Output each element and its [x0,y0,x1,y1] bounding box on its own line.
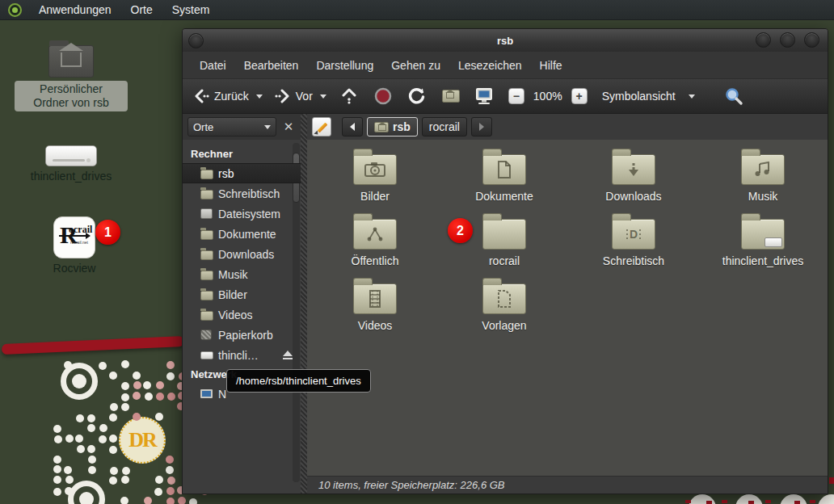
folder-icon [741,154,785,185]
zoom-in-button[interactable]: + [567,85,592,107]
distro-logo-icon[interactable] [8,3,22,17]
house-glyph-icon [61,52,82,67]
sidebar-item-dokumente[interactable]: Dokumente [183,224,301,244]
template-emblem-icon [483,284,525,313]
share-emblem-icon [354,220,396,249]
sidebar-item-musik[interactable]: Musik [183,264,301,284]
statusbar-text: 10 items, freier Speicherplatz: 226,6 GB [318,479,505,491]
titlebar[interactable]: rsb [183,29,828,52]
annotation-badge-2: 2 [448,218,473,243]
sidebar-mode-combo[interactable]: Orte [187,117,276,136]
pane-splitter[interactable] [301,114,307,494]
drive-emblem-icon [764,237,782,247]
folder-icon [482,284,526,314]
file-icon-view[interactable]: BilderDokumenteDownloadsMusikÖffentlichr… [307,140,828,476]
menu-bearbeiten[interactable]: Bearbeiten [235,52,308,79]
file-item-schreibtisch[interactable]: DSchreibtisch [569,211,698,275]
reload-button[interactable] [404,84,430,108]
video-emblem-icon [354,284,396,313]
file-item-bilder[interactable]: Bilder [310,146,440,211]
menu-gehen-zu[interactable]: Gehen zu [382,52,449,79]
crumb-scroll-right-button[interactable] [471,117,492,136]
file-item-downloads[interactable]: Downloads [569,146,698,211]
sidebar-item-dateisystem[interactable]: Dateisystem [183,204,301,224]
file-item-musik[interactable]: Musik [698,146,828,211]
path-tooltip: /home/rsb/thinclient_drives [226,369,371,393]
home-folder-icon [374,122,389,132]
desktop-emblem-icon: D [613,220,655,249]
computer-button[interactable] [470,84,498,108]
sidebar-close-button[interactable]: ✕ [280,118,297,136]
folder-icon [741,219,785,250]
folder-icon [353,219,397,250]
file-item-vorlagen[interactable]: Vorlagen [440,275,569,340]
rocview-app-icon: R ocrail rocrail.net [53,216,95,258]
stop-icon [374,87,392,105]
menu-darstellung[interactable]: Darstellung [307,52,382,79]
up-icon [342,88,356,104]
file-item--ffentlich[interactable]: Öffentlich [310,211,440,275]
chevron-left-icon [349,122,356,132]
sidebar-item-thincli-[interactable]: thincli… [183,345,301,365]
breadcrumb-rocrail[interactable]: rocrail [422,117,467,136]
folder-icon [482,219,526,250]
folder-icon [353,284,397,314]
view-mode-selector[interactable]: Symbolansicht [598,86,699,106]
zoom-out-button[interactable]: − [504,85,529,107]
file-item-thinclient-drives[interactable]: thinclient_drives [698,211,828,275]
panel-menu-orte[interactable]: Orte [121,0,162,20]
file-item-videos[interactable]: Videos [310,275,440,340]
eject-icon[interactable] [283,351,293,359]
chevron-right-icon [478,122,485,132]
search-icon [724,86,743,106]
edit-location-button[interactable] [312,117,331,136]
file-item-dokumente[interactable]: Dokumente [440,146,569,211]
sidebar-item-papierkorb[interactable]: Papierkorb [183,325,301,345]
menu-datei[interactable]: Datei [191,52,235,79]
minimize-button[interactable] [756,32,771,48]
camera-emblem-icon [354,155,396,184]
search-button[interactable] [720,83,748,109]
folder-icon: D [612,219,655,250]
crumb-scroll-left-button[interactable] [342,117,363,136]
view-mode-caret [689,94,695,99]
sidebar-item-bilder[interactable]: Bilder [183,284,301,304]
zoom-in-icon: + [571,88,588,104]
back-history-caret[interactable] [256,94,263,99]
panel-menu-container: AnwendungenOrteSystem [29,0,219,20]
up-button[interactable] [338,85,360,107]
folder-icon [612,154,655,185]
close-button[interactable] [804,32,819,48]
forward-label: Vor [296,90,313,103]
forward-button[interactable]: Vor [271,86,317,107]
home-button[interactable] [438,86,464,106]
sidebar-item-videos[interactable]: Videos [183,304,301,325]
folder-icon [482,154,526,185]
back-button[interactable]: Zurück [189,86,253,107]
menu-lesezeichen[interactable]: Lesezeichen [449,52,531,79]
panel-menu-anwendungen[interactable]: Anwendungen [29,0,121,20]
window-title: rsb [183,35,828,47]
qr-finder-bottom [68,481,105,504]
desktop-icon-home-label: Persönlicher Ordner von rsb [15,81,128,111]
stop-button[interactable] [370,84,396,108]
toolbar: Zurück Vor [183,79,828,114]
menubar: DateiBearbeitenDarstellungGehen zuLeseze… [183,52,828,79]
sidebar-item-downloads[interactable]: Downloads [183,244,301,264]
forward-history-caret[interactable] [320,94,326,99]
sidebar-item-rsb[interactable]: rsb [183,163,301,183]
home-folder-icon [48,45,94,78]
breadcrumb-rsb[interactable]: rsb [367,117,418,136]
sidebar-item-schreibtisch[interactable]: Schreibtisch [183,183,301,204]
panel-menu-system[interactable]: System [162,0,220,20]
desktop-icon-rocview[interactable]: R ocrail rocrail.net Rocview [50,216,99,275]
desktop-icon-home[interactable]: Persönlicher Ordner von rsb [15,39,128,111]
desktop-icon-thinclient-drives[interactable]: thinclient_drives [11,145,131,183]
computer-icon [474,87,494,105]
dr-logo-badge: DR [119,417,166,464]
maximize-button[interactable] [780,32,795,48]
menu-hilfe[interactable]: Hilfe [531,52,571,79]
file-manager-window: rsb DateiBearbeitenDarstellungGehen zuLe… [182,28,828,494]
desktop-icon-rocview-label: Rocview [53,262,96,275]
breadcrumb-rocrail-label: rocrail [429,120,460,133]
